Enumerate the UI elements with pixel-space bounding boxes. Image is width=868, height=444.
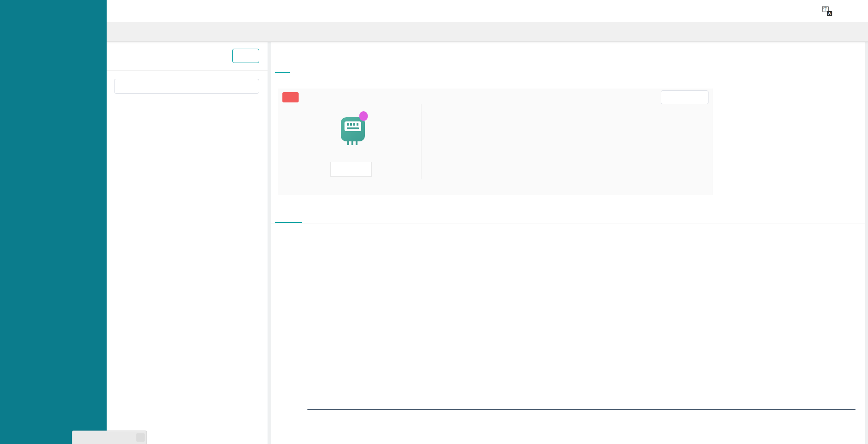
- tree-panel: [107, 42, 268, 444]
- theme-shirt-icon[interactable]: [841, 7, 849, 16]
- switch-closed-icon: [286, 94, 293, 101]
- arrears-badge: [359, 111, 368, 121]
- header: 中A: [107, 0, 868, 22]
- balance-value: [330, 162, 372, 177]
- meter-card: [278, 89, 713, 195]
- message-window[interactable]: [72, 431, 147, 444]
- divider: [421, 104, 421, 179]
- header-actions: 中A: [721, 6, 858, 16]
- refresh-icon: [369, 95, 376, 101]
- menu-fold-icon[interactable]: [114, 6, 124, 16]
- translate-icon[interactable]: 中A: [822, 6, 832, 16]
- screen-monitor-icon[interactable]: [788, 7, 797, 16]
- fullscreen-icon[interactable]: [805, 7, 814, 16]
- close-icon[interactable]: [136, 433, 145, 442]
- apps-grid-icon[interactable]: [771, 7, 779, 16]
- divider: [271, 223, 865, 223]
- mute-icon[interactable]: [753, 7, 762, 16]
- search-icon[interactable]: [721, 7, 729, 16]
- tree-panel-header: [107, 42, 268, 71]
- meter-detail-button[interactable]: [661, 90, 708, 104]
- breaker-status-badge: [282, 92, 299, 102]
- sidebar: [0, 0, 107, 444]
- breadcrumb: [107, 22, 868, 42]
- chart-settings-icon[interactable]: [856, 293, 863, 301]
- tree-search-input[interactable]: [114, 79, 259, 94]
- energy-bar-chart: [271, 253, 865, 419]
- sidebar-menu: [0, 0, 107, 31]
- app: 中A: [0, 0, 868, 444]
- refresh-meter-status[interactable]: [369, 95, 379, 101]
- chart-plot-area: [307, 277, 855, 410]
- meter-actions: [717, 89, 857, 195]
- switch-button[interactable]: [232, 49, 259, 63]
- main-panel: [271, 42, 865, 444]
- divider: [271, 73, 865, 73]
- meter-icon: [341, 117, 365, 141]
